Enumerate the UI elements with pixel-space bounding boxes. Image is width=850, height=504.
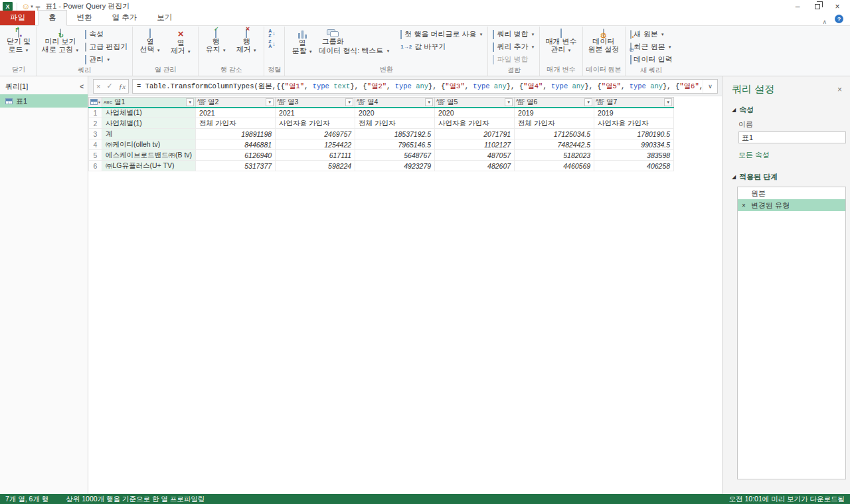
new-source-button[interactable]: ▪ 새 원본 ▼ <box>628 29 675 40</box>
grid-cell[interactable]: 에스케이브로드밴드㈜(B tv) <box>102 150 196 161</box>
row-number[interactable]: 2 <box>89 118 102 129</box>
grid-cell[interactable]: 2021 <box>276 108 355 118</box>
feedback-smiley-icon[interactable]: ☺ <box>21 2 30 11</box>
remove-columns-button[interactable]: × 열 제거 ▼ <box>165 28 196 57</box>
grid-cell[interactable]: 7965146.5 <box>355 139 435 150</box>
settings-panel-close-icon[interactable]: × <box>837 85 842 94</box>
collapse-queries-panel-icon[interactable]: < <box>80 83 84 90</box>
tab-view[interactable]: 보기 <box>147 11 182 25</box>
grid-cell[interactable]: 사업체별(1) <box>102 108 196 118</box>
qat-customize-icon[interactable]: ╤ <box>36 3 40 10</box>
data-source-settings-button[interactable]: ⚙ 데이터 원본 설정 <box>585 28 623 54</box>
grid-cell[interactable]: 1102127 <box>435 139 515 150</box>
grid-cell[interactable]: ㈜케이티(olleh tv) <box>102 139 196 150</box>
sort-descending-button[interactable]: ZA↓ <box>266 39 278 49</box>
filter-dropdown-icon[interactable]: ▼ <box>186 98 194 106</box>
row-number[interactable]: 5 <box>89 150 102 161</box>
column-header-열5[interactable]: ABC123열5▼ <box>435 98 515 108</box>
grid-corner-cell[interactable]: ▾ <box>89 98 102 108</box>
properties-section-header[interactable]: ◢ 속성 <box>732 105 842 115</box>
grid-cell[interactable]: 전체 가입자 <box>515 118 594 129</box>
row-number[interactable]: 6 <box>89 161 102 171</box>
keep-rows-button[interactable]: ✓ 행 유지 ▼ <box>201 28 231 56</box>
minimize-button[interactable]: – <box>788 1 808 12</box>
grid-cell[interactable]: 5317377 <box>196 161 276 171</box>
restore-button[interactable] <box>808 1 827 12</box>
grid-cell[interactable]: 2021 <box>196 108 276 118</box>
formula-commit-icon[interactable]: ✓ <box>106 82 112 90</box>
remove-rows-button[interactable]: × 행 제거 ▼ <box>231 28 262 56</box>
formula-cancel-icon[interactable]: × <box>96 82 100 90</box>
grid-cell[interactable]: 18537192.5 <box>355 129 435 139</box>
grid-cell[interactable]: 사업체별(1) <box>102 118 196 129</box>
tab-add-column[interactable]: 열 추가 <box>102 11 147 25</box>
data-type-button[interactable]: 데이터 형식: 텍스트 ▼ <box>317 45 392 56</box>
refresh-preview-button[interactable]: ↻ 미리 보기 새로 고침 ▼ <box>39 28 82 56</box>
grid-cell[interactable]: 617111 <box>276 150 355 161</box>
delete-step-icon[interactable]: × <box>740 202 747 209</box>
grid-cell[interactable]: 4460569 <box>515 161 594 171</box>
grid-cell[interactable]: 17125034.5 <box>515 129 594 139</box>
column-header-열1[interactable]: ABC열1▼ <box>102 98 196 108</box>
formula-input[interactable]: = Table.TransformColumnTypes(원본,{{"열1", … <box>132 79 718 94</box>
merge-queries-button[interactable]: 쿼리 병합 ▼ <box>490 29 537 40</box>
grid-cell[interactable]: 598224 <box>276 161 355 171</box>
tab-transform[interactable]: 변환 <box>67 11 102 25</box>
column-header-열4[interactable]: ABC123열4▼ <box>355 98 435 108</box>
grid-cell[interactable]: 5182023 <box>515 150 594 161</box>
filter-dropdown-icon[interactable]: ▼ <box>584 98 592 106</box>
grid-cell[interactable]: 2020 <box>355 108 435 118</box>
collapse-ribbon-icon[interactable]: ∧ <box>814 19 835 25</box>
smiley-dropdown-icon[interactable]: ▾ <box>31 4 33 9</box>
grid-cell[interactable]: 6126940 <box>196 150 276 161</box>
help-icon[interactable]: ? <box>835 15 843 23</box>
grid-cell[interactable]: 19891198 <box>196 129 276 139</box>
grid-cell[interactable]: 전체 가입자 <box>355 118 435 129</box>
column-header-열2[interactable]: ABC123열2▼ <box>196 98 276 108</box>
grid-cell[interactable]: 2071791 <box>435 129 515 139</box>
formula-fx-icon[interactable]: ƒx <box>119 82 126 90</box>
all-properties-link[interactable]: 모든 속성 <box>738 150 842 160</box>
close-button[interactable]: × <box>827 1 847 12</box>
grid-cell[interactable]: 482607 <box>435 161 515 171</box>
query-list-item[interactable]: 표1 <box>0 94 88 108</box>
close-and-load-button[interactable]: ▪↱ 닫기 및 로드 ▼ <box>3 28 34 56</box>
grid-cell[interactable]: 2019 <box>594 108 674 118</box>
query-name-input[interactable] <box>738 131 846 143</box>
grid-cell[interactable]: 2019 <box>515 108 594 118</box>
grid-cell[interactable]: 사업자용 가입자 <box>435 118 515 129</box>
grid-cell[interactable]: 383598 <box>594 150 674 161</box>
grid-cell[interactable]: 5648767 <box>355 150 435 161</box>
status-profiling[interactable]: 상위 1000개 행을 기준으로 한 열 프로파일링 <box>66 495 205 504</box>
append-queries-button[interactable]: 쿼리 추가 ▼ <box>490 41 537 52</box>
row-number[interactable]: 3 <box>89 129 102 139</box>
grid-cell[interactable]: 487057 <box>435 150 515 161</box>
recent-sources-button[interactable]: ◷ 최근 원본 ▼ <box>628 41 675 52</box>
applied-step-item[interactable]: ×변경된 유형 <box>738 199 845 211</box>
grid-cell[interactable]: 8446881 <box>196 139 276 150</box>
grid-cell[interactable]: 990334.5 <box>594 139 674 150</box>
manage-parameters-button[interactable]: 매개 변수 관리 ▼ <box>542 28 580 56</box>
filter-dropdown-icon[interactable]: ▼ <box>505 98 513 106</box>
applied-step-item[interactable]: 원본 <box>738 187 845 199</box>
formula-expand-icon[interactable]: ∨ <box>703 80 717 93</box>
grid-cell[interactable]: 1254422 <box>276 139 355 150</box>
formula-text[interactable]: = Table.TransformColumnTypes(원본,{{"열1", … <box>133 82 703 91</box>
grid-cell[interactable]: 계 <box>102 129 196 139</box>
choose-columns-button[interactable]: 열 선택 ▼ <box>135 28 165 56</box>
filter-dropdown-icon[interactable]: ▼ <box>664 98 672 106</box>
column-header-열3[interactable]: ABC123열3▼ <box>276 98 355 108</box>
row-number[interactable]: 4 <box>89 139 102 150</box>
grid-cell[interactable]: 7482442.5 <box>515 139 594 150</box>
use-first-row-button[interactable]: 첫 행을 머리글로 사용 ▼ <box>398 29 485 40</box>
grid-cell[interactable]: 사업자용 가입자 <box>594 118 674 129</box>
replace-values-button[interactable]: 1→2 값 바꾸기 <box>398 41 485 52</box>
group-by-button[interactable]: 그룹화 <box>317 28 348 45</box>
sort-ascending-button[interactable]: AZ↓ <box>266 28 278 39</box>
grid-cell[interactable]: 2020 <box>435 108 515 118</box>
column-header-열6[interactable]: ABC123열6▼ <box>515 98 594 108</box>
grid-cell[interactable]: ㈜LG유플러스(U+ TV) <box>102 161 196 171</box>
grid-cell[interactable]: 406258 <box>594 161 674 171</box>
row-number[interactable]: 1 <box>89 108 102 118</box>
filter-dropdown-icon[interactable]: ▼ <box>266 98 274 106</box>
